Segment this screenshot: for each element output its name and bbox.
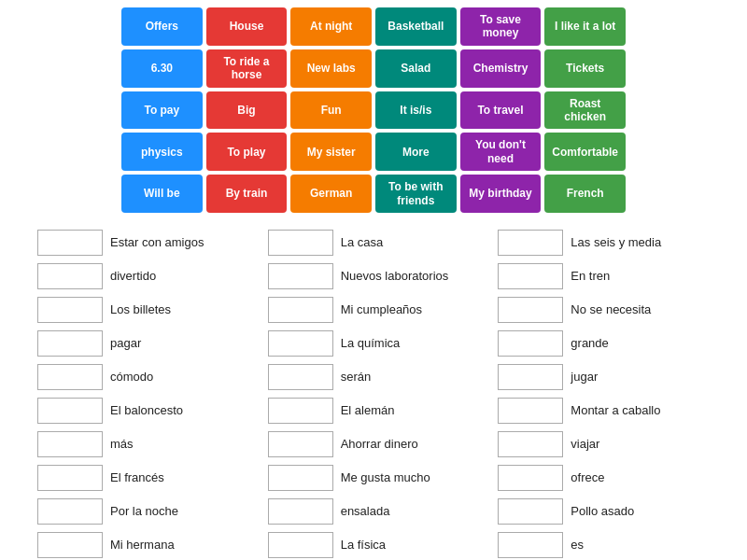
match-item: pagar (37, 330, 249, 357)
word-button[interactable]: You don't need (460, 133, 542, 171)
match-label: ensalada (341, 504, 390, 518)
word-button[interactable]: 6.30 (121, 49, 203, 88)
match-item: El alemán (268, 398, 480, 424)
match-label: La química (341, 336, 401, 350)
word-button[interactable]: French (544, 175, 626, 213)
match-item: La química (268, 330, 480, 357)
word-button[interactable]: Fun (290, 91, 372, 130)
match-item: El baloncesto (37, 398, 249, 424)
match-label: El francés (110, 470, 164, 484)
match-input-box[interactable] (268, 431, 333, 457)
word-button[interactable]: Chemistry (460, 49, 542, 88)
match-label: Mi hermana (110, 538, 175, 552)
word-button[interactable]: To travel (460, 91, 542, 130)
match-item: Mi cumpleaños (268, 297, 480, 323)
word-button[interactable]: I like it a lot (544, 7, 626, 46)
match-input-box[interactable] (268, 330, 333, 357)
match-input-box[interactable] (37, 230, 103, 256)
match-label: cómodo (110, 370, 153, 384)
match-label: Nuevos laboratorios (341, 269, 449, 283)
match-label: El baloncesto (110, 403, 183, 417)
match-label: Pollo asado (571, 504, 634, 518)
match-item: Nuevos laboratorios (268, 263, 480, 289)
match-input-box[interactable] (268, 263, 333, 289)
word-button[interactable]: My sister (290, 133, 372, 171)
word-button[interactable]: To pay (121, 91, 203, 130)
match-input-box[interactable] (498, 364, 563, 390)
match-input-box[interactable] (498, 465, 563, 491)
match-item: ensalada (268, 498, 480, 525)
match-input-box[interactable] (498, 263, 563, 289)
word-button[interactable]: Roast chicken (544, 91, 626, 130)
word-button[interactable]: To be with friends (375, 175, 457, 213)
match-input-box[interactable] (268, 465, 333, 491)
match-item: Mi hermana (37, 532, 249, 558)
match-input-box[interactable] (37, 364, 103, 390)
match-input-box[interactable] (498, 230, 563, 256)
match-item: Pollo asado (498, 498, 710, 525)
match-input-box[interactable] (498, 498, 563, 525)
match-item: serán (268, 364, 480, 390)
match-input-box[interactable] (498, 431, 563, 457)
match-input-box[interactable] (498, 297, 563, 323)
match-input-box[interactable] (37, 297, 103, 323)
match-input-box[interactable] (37, 431, 103, 457)
match-item: jugar (498, 364, 710, 390)
match-input-box[interactable] (268, 398, 333, 424)
match-item: Ahorrar dinero (268, 431, 480, 457)
word-button[interactable]: Will be (121, 175, 203, 213)
word-button[interactable]: To ride a horse (206, 49, 288, 88)
match-item: El francés (37, 465, 249, 491)
match-item: Los billetes (37, 297, 249, 323)
match-input-box[interactable] (37, 263, 103, 289)
word-button[interactable]: Basketball (375, 7, 457, 46)
word-button[interactable]: German (290, 175, 372, 213)
word-button[interactable]: Offers (121, 7, 203, 46)
match-item: ofrece (498, 465, 710, 491)
match-label: divertido (110, 269, 156, 283)
match-item: La casa (268, 230, 480, 256)
match-input-box[interactable] (37, 498, 103, 525)
word-button[interactable]: physics (121, 133, 203, 171)
match-input-box[interactable] (268, 297, 333, 323)
word-button[interactable]: My birthday (460, 175, 542, 213)
match-input-box[interactable] (37, 398, 103, 424)
button-grid: OffersHouseAt nightBasketballTo save mon… (0, 0, 747, 220)
word-button[interactable]: Salad (375, 49, 457, 88)
word-button[interactable]: By train (206, 175, 288, 213)
match-input-box[interactable] (268, 498, 333, 525)
match-item: más (37, 431, 249, 457)
word-button[interactable]: Tickets (544, 49, 626, 88)
word-button[interactable]: Comfortable (544, 133, 626, 171)
word-button[interactable]: House (206, 7, 288, 46)
match-label: Por la noche (110, 504, 178, 518)
match-input-box[interactable] (268, 364, 333, 390)
match-label: Montar a caballo (571, 403, 660, 417)
match-item: No se necesita (498, 297, 710, 323)
match-input-box[interactable] (37, 465, 103, 491)
word-button[interactable]: To save money (460, 7, 542, 46)
match-input-box[interactable] (498, 532, 563, 558)
match-label: jugar (571, 370, 598, 384)
word-button[interactable]: New labs (290, 49, 372, 88)
word-button[interactable]: More (375, 133, 457, 171)
match-label: La casa (341, 235, 384, 249)
match-item: Por la noche (37, 498, 249, 525)
match-label: grande (571, 336, 608, 350)
match-label: pagar (110, 336, 141, 350)
match-label: Las seis y media (571, 235, 661, 249)
match-label: No se necesita (571, 302, 651, 316)
match-label: Mi cumpleaños (341, 302, 422, 316)
match-input-box[interactable] (37, 330, 103, 357)
match-item: La física (268, 532, 480, 558)
match-input-box[interactable] (268, 532, 333, 558)
word-button[interactable]: Big (206, 91, 288, 130)
match-input-box[interactable] (37, 532, 103, 558)
match-input-box[interactable] (268, 230, 333, 256)
match-input-box[interactable] (498, 398, 563, 424)
word-button[interactable]: At night (290, 7, 372, 46)
word-button[interactable]: To play (206, 133, 288, 171)
match-input-box[interactable] (498, 330, 563, 357)
word-button[interactable]: It is/is (375, 91, 457, 130)
match-label: más (110, 437, 134, 451)
